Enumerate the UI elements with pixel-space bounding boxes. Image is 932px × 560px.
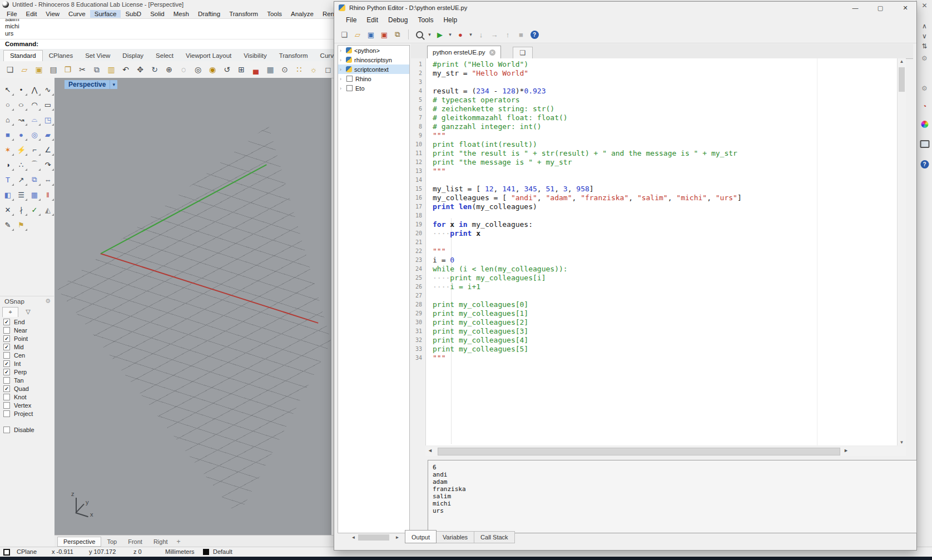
scroll-up-icon[interactable]: ▲ [898,59,906,64]
osnap-quad[interactable]: ✓Quad [0,384,54,393]
breakpoint-button[interactable]: ● [455,28,466,41]
tab-new-document[interactable]: ❏ [513,47,533,59]
menu-item-analyze[interactable]: Analyze [286,10,318,18]
tab-variables[interactable]: Variables [437,531,474,543]
tree-item-scriptcontext[interactable]: ›scriptcontext [338,65,409,74]
sphere-button[interactable]: ● [15,128,27,141]
checkbox[interactable] [3,352,10,359]
chevron-right-icon[interactable]: › [340,48,346,53]
twisted-surface-button[interactable]: ▰ [42,128,54,141]
checkbox[interactable] [3,402,10,409]
color-wheel-button[interactable] [921,121,928,128]
open-script-button[interactable]: ▱ [352,28,363,41]
save-script-as-button[interactable]: ▣ [379,28,390,41]
viewport-title-tab[interactable]: Perspective ▾ [65,80,117,89]
osnap-snaps-tab[interactable]: ⌖ [2,307,18,317]
checkbox[interactable]: ✓ [3,335,10,342]
solid-tools-button[interactable]: ◧ [2,189,14,201]
blend-curve-button[interactable]: ↷ [42,158,54,171]
ellipse-button[interactable]: ○ [15,98,27,111]
tab-call-stack[interactable]: Call Stack [474,531,515,543]
osnap-tan[interactable]: Tan [0,376,54,384]
help-button[interactable]: ? [529,28,540,41]
toolbar-tab-cplanes[interactable]: CPlanes [43,51,79,61]
move-button[interactable]: ↗ [15,174,27,186]
step-over-button[interactable]: → [489,28,500,41]
toolbar-tab-visibility[interactable]: Visibility [237,51,272,61]
chevron-right-icon[interactable]: › [340,67,346,72]
save-all-button[interactable]: ⧉ [392,28,403,41]
snap-toggle-icon[interactable] [3,549,10,556]
add-viewport-tab-icon[interactable]: + [173,537,184,547]
mesh-settings-button[interactable]: ▦ [265,63,276,76]
rectangle-button[interactable]: ▭ [42,98,54,111]
checkbox[interactable]: ✓ [3,369,10,375]
viewport-tab-right[interactable]: Right [148,537,173,546]
panel-spinner-button[interactable]: ⇅ [921,42,927,50]
code-horizontal-scrollbar[interactable]: ◄ ► [425,447,906,456]
tab-python-ersteue[interactable]: python ersteUE.py ✕ [427,46,501,58]
chevron-right-icon[interactable]: › [340,76,346,82]
checkbox[interactable] [3,394,10,400]
toolbar-tab-select[interactable]: Select [150,51,180,61]
search-button[interactable] [414,28,425,41]
tree-item-rhinoscriptsyn[interactable]: ›rhinoscriptsyn [338,55,409,65]
menu-item-subd[interactable]: SubD [121,10,146,18]
menu-item-tools[interactable]: Tools [262,10,286,18]
scrollbar-thumb[interactable] [438,448,840,455]
toolbar-tab-standard[interactable]: Standard [3,50,43,61]
curve-button[interactable]: ∿ [42,83,54,96]
osnap-knot[interactable]: Knot [0,393,54,401]
chamfer-button[interactable]: ∠ [42,143,54,156]
check-objects-button[interactable]: ✓ [28,204,41,216]
run-button[interactable]: ▶ [434,28,445,41]
pan-button[interactable]: ✥ [135,63,146,76]
tree-item-rhino[interactable]: ›Rhino [338,74,409,83]
open-folder-button[interactable]: ▱ [19,63,30,76]
viewport-tab-top[interactable]: Top [101,537,122,546]
scroll-left-icon[interactable]: ◄ [428,448,433,453]
torus-button[interactable]: ◎ [28,128,41,141]
statusbar-units[interactable]: Millimeters [165,547,195,557]
copy-button[interactable]: ⧉ [91,63,102,76]
menu-item-transform[interactable]: Transform [225,10,262,18]
boolean-button[interactable]: ◑ [2,158,14,171]
cplane-button[interactable]: ⊙ [279,63,290,76]
checkbox[interactable] [3,410,10,417]
step-out-button[interactable]: ↑ [502,28,513,41]
box-button[interactable]: ■ [2,128,14,141]
copy-object-button[interactable]: ⧉ [28,174,41,186]
trim-button[interactable]: ✕ [2,204,14,216]
osnap-project[interactable]: Project [0,409,54,418]
osnap-perp[interactable]: ✓Perp [0,368,54,376]
polygon-button[interactable]: ⌂ [2,113,14,126]
viewport-tab-perspective[interactable]: Perspective [57,537,101,547]
explode-button[interactable]: ✶ [2,143,14,156]
lock-button[interactable]: ◻ [323,63,334,76]
close-icon[interactable]: ✕ [489,49,495,56]
osnap-cen[interactable]: Cen [0,351,54,359]
editor-menu-item-edit[interactable]: Edit [361,15,383,25]
menu-item-mesh[interactable]: Mesh [169,10,194,18]
menu-item-drafting[interactable]: Drafting [194,10,225,18]
editor-menu-item-debug[interactable]: Debug [383,15,413,25]
scroll-right-icon[interactable]: ► [394,534,401,541]
layer-color-swatch[interactable] [203,549,209,555]
split-button[interactable]: ∤ [15,204,27,216]
app-close-button[interactable]: ✕ [921,2,927,9]
zoom-dynamic-button[interactable]: ⊕ [163,63,175,76]
osnap-filter-tab[interactable]: ▽ [21,307,36,316]
polyline-button[interactable]: ⋀ [28,83,41,96]
statusbar-cplane[interactable]: CPlane [17,547,37,557]
perspective-viewport[interactable]: Perspective ▾ z y x [54,78,331,535]
circle-button[interactable]: ○ [2,98,14,111]
render-pie-button[interactable]: ◔ [923,102,926,110]
single-point-button[interactable]: • [15,83,27,96]
checkbox[interactable]: ✓ [3,360,10,367]
arc-button[interactable]: ◠ [28,98,41,111]
panel-scroll-up-button[interactable]: ∧ [922,22,927,30]
toolbar-tab-viewport-layout[interactable]: Viewport Layout [180,51,237,61]
fillet-corner-button[interactable]: ⌒ [28,158,41,171]
breakpoint-caret-button[interactable]: ▾ [468,28,473,41]
editor-menu-item-file[interactable]: File [341,15,361,25]
